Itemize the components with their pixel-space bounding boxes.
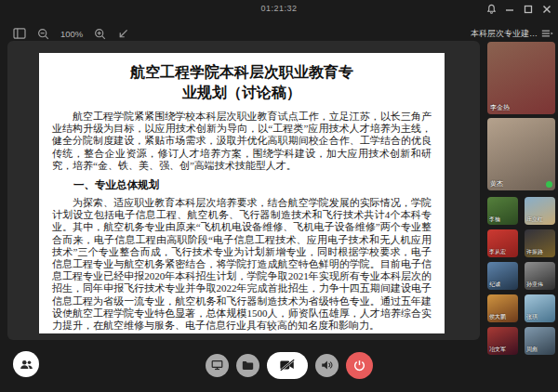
window-titlebar: 01:21:32 <box>0 0 558 19</box>
participants-sidebar: 李金热黄杰 李楠庄立红李从宏许振路纪诚孙亚伟侯大鹏张琪冶文军周彪 <box>487 42 556 348</box>
participant-tile[interactable]: 李楠 <box>487 197 518 225</box>
participant-tile[interactable]: 李金热 <box>487 42 555 114</box>
document-paragraph: 为探索、适应职业教育本科层次培养要求，结合航空学院发展的实际情况，学院计划设立包… <box>52 197 432 332</box>
layout-menu-icon[interactable] <box>541 25 553 42</box>
mic-on-icon <box>546 181 552 188</box>
participant-tile[interactable]: 孙亚伟 <box>525 262 555 290</box>
participant-tile[interactable]: 纪诚 <box>487 262 518 290</box>
document-title: 航空工程学院本科层次职业教育专 业规划（讨论稿） <box>52 62 432 103</box>
participant-name-label: 张琪 <box>526 313 538 321</box>
document-section-heading: 一、专业总体规划 <box>52 178 432 191</box>
participant-tile[interactable]: 侯大鹏 <box>487 294 518 322</box>
zoom-level-value[interactable]: 100% <box>60 29 83 39</box>
participant-tile[interactable]: 许振路 <box>525 229 555 257</box>
document-page[interactable]: 航空工程学院本科层次职业教育专 业规划（讨论稿） 航空工程学院紧紧围绕学校本科层… <box>39 53 445 333</box>
maximize-button[interactable] <box>521 2 536 16</box>
sidebar-toggle-icon[interactable] <box>13 28 26 39</box>
camera-off-button[interactable] <box>267 352 308 379</box>
meeting-topic-label: 本科层次专业建… <box>471 28 538 40</box>
meeting-control-bar <box>0 340 558 392</box>
zoom-out-icon[interactable] <box>37 28 49 40</box>
center-controls <box>206 349 373 381</box>
participants-button[interactable] <box>13 351 39 377</box>
zoom-in-icon[interactable] <box>94 28 106 40</box>
close-button[interactable] <box>539 2 554 16</box>
participant-tile[interactable]: 庄立红 <box>525 197 555 225</box>
meeting-topic-header: 本科层次专业建… <box>465 25 553 42</box>
document-title-line1: 航空工程学院本科层次职业教育专 <box>130 64 353 80</box>
shared-screen-panel: 航空工程学院本科层次职业教育专 业规划（讨论稿） 航空工程学院紧紧围绕学校本科层… <box>7 41 480 340</box>
participant-name-label: 孙亚伟 <box>526 281 543 289</box>
participant-name-label: 纪诚 <box>489 281 500 289</box>
participant-tile[interactable]: 张琪 <box>525 294 555 322</box>
participant-name-label: 黄杰 <box>490 179 503 189</box>
exit-fullscreen-icon[interactable] <box>117 28 129 40</box>
window-controls <box>484 2 554 16</box>
participant-name-label: 李楠 <box>489 216 500 224</box>
participant-large-list: 李金热黄杰 <box>487 42 556 190</box>
participant-grid: 李楠庄立红李从宏许振路纪诚孙亚伟侯大鹏张琪冶文军周彪 <box>487 197 556 355</box>
participant-name-label: 许振路 <box>526 248 543 256</box>
participant-name-label: 李金热 <box>490 103 510 112</box>
participant-name-label: 侯大鹏 <box>489 313 506 321</box>
audio-speaker-button[interactable] <box>315 354 339 377</box>
leave-meeting-button[interactable] <box>346 352 373 379</box>
participant-tile[interactable]: 黄杰 <box>487 118 555 190</box>
share-screen-button[interactable] <box>206 354 229 377</box>
participant-tile[interactable]: 李从宏 <box>487 229 518 257</box>
participant-name-label: 庄立红 <box>526 216 543 224</box>
participant-name-label: 李从宏 <box>489 248 506 256</box>
notification-bell-icon[interactable] <box>484 2 498 16</box>
document-paragraph: 航空工程学院紧紧围绕学校本科层次职业教育试点工作，立足江苏，以长三角产业结构升级… <box>52 111 432 172</box>
document-toolbar: 100% <box>13 24 129 43</box>
minimize-button[interactable] <box>502 2 517 16</box>
document-title-line2: 业规划（讨论稿） <box>182 85 301 100</box>
meeting-timer: 01:21:32 <box>0 4 558 13</box>
docs-folder-button[interactable] <box>236 354 259 377</box>
